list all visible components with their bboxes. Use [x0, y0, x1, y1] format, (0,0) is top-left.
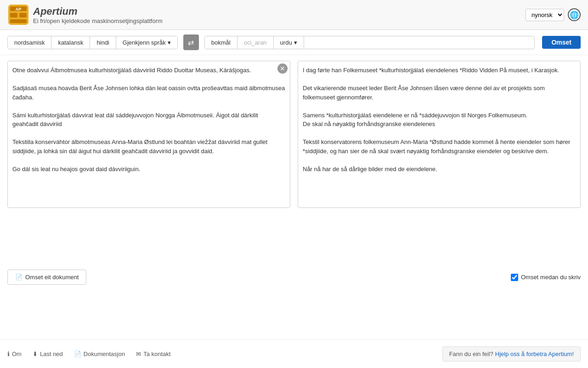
footer-last-ned-link[interactable]: ⬇ Last ned [33, 351, 63, 357]
source-lang-detect[interactable]: Gjenkjenn språk ▾ [116, 36, 177, 49]
toolbar: nordsamisk katalansk hindi Gjenkjenn spr… [0, 30, 588, 55]
target-lang-urdu[interactable]: urdu ▾ [274, 36, 304, 49]
detect-dropdown-icon: ▾ [168, 39, 171, 46]
svg-rect-2 [10, 13, 17, 17]
target-lang-tabs: bokmål oci_aran urdu ▾ [204, 36, 535, 49]
header-title-block: Apertium Ei fri/open kjeldekode maskinom… [33, 6, 163, 24]
docs-icon: 📄 [74, 351, 81, 357]
feedback-link[interactable]: Hjelp oss å forbetra Apertium! [495, 351, 574, 357]
bottom-actions: 📄 Omset eit dokument Omset medan du skri… [0, 266, 588, 288]
svg-rect-3 [19, 13, 27, 17]
doc-translate-button[interactable]: 📄 Omset eit dokument [7, 270, 86, 285]
translate-while-typing-container: Omset medan du skriv [511, 274, 581, 281]
info-icon: ℹ [7, 351, 10, 357]
globe-icon[interactable]: 🌐 [568, 8, 581, 21]
source-lang-nordsamisk[interactable]: nordsamisk [8, 36, 51, 49]
target-textarea[interactable] [298, 61, 581, 208]
header-left: AP Apertium Ei fri/open kjeldekode maski… [7, 4, 163, 26]
footer-links: ℹ Om ⬇ Last ned 📄 Dokumentasjon ✉ Ta kon… [7, 351, 170, 357]
footer-feedback: Fann du ein feil? Hjelp oss å forbetra A… [442, 346, 581, 362]
translate-while-typing-checkbox[interactable] [511, 274, 518, 281]
interface-language-select[interactable]: nynorsk bokmål english [526, 9, 564, 21]
feedback-text: Fann du ein feil? [449, 351, 493, 357]
source-lang-tabs: nordsamisk katalansk hindi Gjenkjenn spr… [7, 36, 178, 49]
app-subtitle: Ei fri/open kjeldekode maskinomsetjingsp… [33, 17, 163, 24]
document-icon: 📄 [15, 274, 23, 281]
source-lang-hindi[interactable]: hindi [90, 36, 116, 49]
footer-ta-kontakt-link[interactable]: ✉ Ta kontakt [136, 351, 170, 357]
footer-dokumentasjon-link[interactable]: 📄 Dokumentasjon [74, 351, 125, 357]
download-icon: ⬇ [33, 351, 38, 357]
target-dropdown-icon: ▾ [294, 39, 297, 46]
translation-area: ✕ [0, 55, 588, 266]
footer: ℹ Om ⬇ Last ned 📄 Dokumentasjon ✉ Ta kon… [0, 339, 588, 368]
target-panel [298, 61, 581, 260]
svg-text:AP: AP [16, 7, 22, 12]
source-panel: ✕ [7, 61, 290, 260]
app-title: Apertium [33, 6, 163, 17]
mail-icon: ✉ [136, 351, 141, 357]
clear-source-button[interactable]: ✕ [277, 63, 288, 74]
source-textarea[interactable] [7, 61, 290, 208]
translate-button[interactable]: Omset [542, 36, 581, 49]
footer-om-link[interactable]: ℹ Om [7, 351, 22, 357]
swap-languages-button[interactable]: ⇄ [183, 34, 199, 50]
target-lang-oci-aran[interactable]: oci_aran [237, 36, 274, 49]
target-lang-bokmaal[interactable]: bokmål [205, 36, 237, 49]
svg-rect-4 [10, 19, 27, 23]
logo-icon: AP [7, 4, 29, 26]
source-lang-katalansk[interactable]: katalansk [51, 36, 90, 49]
translate-while-typing-label[interactable]: Omset medan du skriv [521, 274, 581, 281]
header-right: nynorsk bokmål english 🌐 [526, 8, 581, 21]
header: AP Apertium Ei fri/open kjeldekode maski… [0, 0, 588, 30]
